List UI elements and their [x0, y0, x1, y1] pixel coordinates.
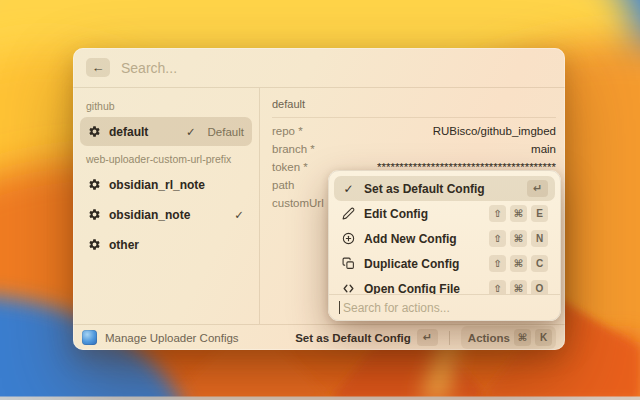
config-field-row: branch *main: [272, 140, 556, 158]
key-badge: ⇧: [489, 255, 506, 272]
menu-item-label: Duplicate Config: [364, 257, 459, 271]
key-badge: N: [531, 230, 548, 247]
primary-action-label: Set as Default Config: [295, 332, 411, 344]
gear-icon: [88, 178, 101, 191]
config-sidebar: githubdefault✓Defaultweb-uploader-custom…: [73, 88, 260, 324]
menu-item-label: Open Config File: [364, 282, 460, 295]
search-input[interactable]: Search...: [121, 60, 177, 76]
gear-icon: [88, 125, 101, 138]
sidebar-item-other[interactable]: other: [80, 230, 252, 259]
sidebar-section-label: web-uploader-custom-url-prefix: [80, 147, 252, 170]
field-label: path: [272, 179, 294, 191]
key-badge: ⇧: [489, 280, 506, 294]
actions-menu-list: ✓Set as Default Config↵Edit Config⇧⌘EAdd…: [329, 171, 560, 294]
sidebar-item-label: obsidian_rl_note: [109, 178, 205, 192]
manage-uploader-configs-window: ← Search... githubdefault✓Defaultweb-upl…: [73, 48, 565, 350]
checkmark-icon: ✓: [234, 208, 244, 222]
divider: [449, 331, 450, 345]
back-arrow-icon: ←: [92, 60, 105, 75]
duplicate-icon: [341, 257, 356, 270]
sidebar-item-default[interactable]: default✓Default: [80, 117, 252, 146]
menu-item-add-new-config[interactable]: Add New Config⇧⌘N: [334, 226, 555, 251]
menu-item-open-config-file[interactable]: Open Config File⇧⌘O: [334, 276, 555, 294]
key-badge: K: [535, 329, 552, 346]
actions-button[interactable]: Actions ⌘K: [461, 326, 556, 349]
pencil-icon: [341, 207, 356, 220]
code-icon: [341, 282, 356, 294]
default-badge: Default: [208, 126, 244, 138]
divider: [272, 117, 556, 118]
sidebar-item-obsidian_note[interactable]: obsidian_note✓: [80, 200, 252, 229]
menu-item-edit-config[interactable]: Edit Config⇧⌘E: [334, 201, 555, 226]
return-key-badge: ↵: [417, 329, 438, 346]
sidebar-section-label: github: [80, 94, 252, 117]
primary-action-button[interactable]: Set as Default Config ↵: [295, 329, 438, 346]
field-value: RUBisco/github_imgbed: [433, 125, 556, 137]
key-badge: ⌘: [510, 230, 527, 247]
desktop: ← Search... githubdefault✓Defaultweb-upl…: [0, 0, 640, 400]
gear-icon: [88, 238, 101, 251]
field-label: token *: [272, 161, 308, 173]
key-badge: ⌘: [514, 329, 531, 346]
actions-label: Actions: [468, 332, 510, 344]
menu-item-set-as-default-config[interactable]: ✓Set as Default Config↵: [334, 176, 555, 201]
text-cursor: [339, 301, 340, 314]
config-field-row: repo *RUBisco/github_imgbed: [272, 122, 556, 140]
plus-circle-icon: [341, 232, 356, 245]
back-button[interactable]: ←: [86, 58, 110, 77]
key-badge: ↵: [527, 180, 548, 197]
sidebar-item-label: obsidian_note: [109, 208, 190, 222]
check-icon: ✓: [341, 182, 356, 196]
key-badge: ⌘: [510, 280, 527, 294]
field-value: main: [531, 143, 556, 155]
checkmark-icon: ✓: [186, 125, 196, 139]
actions-search-placeholder: Search for actions...: [343, 301, 450, 315]
key-badge: ⌘: [510, 205, 527, 222]
menu-item-label: Set as Default Config: [364, 182, 485, 196]
menu-item-label: Add New Config: [364, 232, 457, 246]
key-badge: ⇧: [489, 205, 506, 222]
key-badge: ⌘: [510, 255, 527, 272]
key-badge: E: [531, 205, 548, 222]
field-label: branch *: [272, 143, 315, 155]
field-label: repo *: [272, 125, 303, 137]
window-header: ← Search...: [73, 48, 565, 88]
menu-item-duplicate-config[interactable]: Duplicate Config⇧⌘C: [334, 251, 555, 276]
gear-icon: [88, 208, 101, 221]
sidebar-item-label: other: [109, 238, 139, 252]
sidebar-item-label: default: [109, 125, 148, 139]
actions-menu: ✓Set as Default Config↵Edit Config⇧⌘EAdd…: [328, 170, 561, 321]
app-name: Manage Uploader Configs: [105, 332, 239, 344]
actions-search-input[interactable]: Search for actions...: [329, 294, 560, 320]
key-badge: O: [531, 280, 548, 294]
sidebar-item-obsidian_rl_note[interactable]: obsidian_rl_note: [80, 170, 252, 199]
status-bar: Manage Uploader Configs Set as Default C…: [73, 324, 565, 350]
menu-item-label: Edit Config: [364, 207, 428, 221]
detail-title: default: [272, 94, 556, 117]
app-icon: [82, 330, 97, 345]
field-label: customUrl: [272, 197, 324, 209]
key-badge: ⇧: [489, 230, 506, 247]
key-badge: C: [531, 255, 548, 272]
